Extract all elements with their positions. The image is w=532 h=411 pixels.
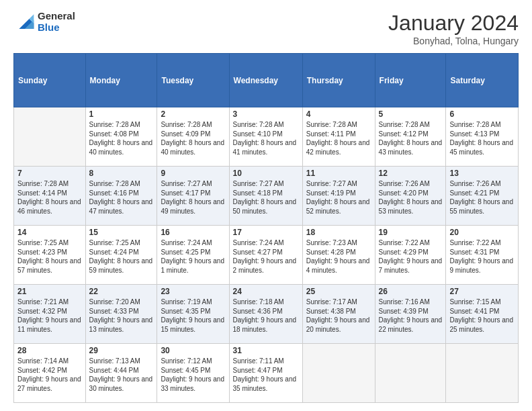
- day-number: 1: [89, 109, 154, 119]
- day-info-line: Daylight: 9 hours and 2 minutes.: [233, 257, 299, 275]
- day-info-line: Sunset: 4:42 PM: [17, 366, 82, 375]
- day-info-line: Sunset: 4:35 PM: [161, 307, 225, 316]
- day-info-line: Sunrise: 7:28 AM: [449, 120, 515, 130]
- day-info: Sunrise: 7:22 AMSunset: 4:31 PMDaylight:…: [449, 238, 515, 275]
- day-info-line: Sunrise: 7:15 AM: [449, 298, 515, 307]
- month-title: January 2024: [388, 11, 519, 36]
- day-number: 22: [89, 287, 154, 296]
- day-info-line: Sunrise: 7:27 AM: [306, 179, 371, 189]
- calendar-cell: 12Sunrise: 7:26 AMSunset: 4:20 PMDayligh…: [375, 167, 446, 226]
- day-info-line: Daylight: 8 hours and 41 minutes.: [233, 138, 299, 156]
- day-info-line: Sunrise: 7:24 AM: [233, 238, 299, 248]
- calendar-cell: 17Sunrise: 7:24 AMSunset: 4:27 PMDayligh…: [229, 226, 302, 285]
- day-info-line: Sunset: 4:17 PM: [161, 189, 225, 198]
- day-info: Sunrise: 7:26 AMSunset: 4:21 PMDaylight:…: [449, 179, 515, 216]
- day-info-line: Sunset: 4:47 PM: [233, 366, 299, 375]
- logo-general-text: General: [38, 11, 75, 22]
- calendar-cell: 9Sunrise: 7:27 AMSunset: 4:17 PMDaylight…: [157, 167, 229, 226]
- calendar-cell: 28Sunrise: 7:14 AMSunset: 4:42 PMDayligh…: [14, 344, 86, 403]
- calendar-cell: 29Sunrise: 7:13 AMSunset: 4:44 PMDayligh…: [85, 344, 157, 403]
- day-info-line: Sunrise: 7:27 AM: [233, 179, 299, 189]
- day-info-line: Daylight: 9 hours and 15 minutes.: [161, 316, 225, 334]
- day-number: 23: [161, 287, 225, 296]
- day-info-line: Daylight: 8 hours and 55 minutes.: [449, 197, 515, 216]
- day-info: Sunrise: 7:28 AMSunset: 4:10 PMDaylight:…: [233, 120, 299, 156]
- day-info-line: Sunrise: 7:26 AM: [379, 179, 443, 189]
- day-number: 11: [306, 169, 371, 178]
- calendar-cell: 7Sunrise: 7:28 AMSunset: 4:14 PMDaylight…: [14, 167, 86, 226]
- col-monday: Monday: [85, 54, 157, 107]
- calendar-week-row-3: 14Sunrise: 7:25 AMSunset: 4:23 PMDayligh…: [14, 226, 519, 285]
- day-number: 30: [161, 346, 225, 355]
- day-info-line: Sunrise: 7:14 AM: [17, 357, 82, 366]
- day-info: Sunrise: 7:14 AMSunset: 4:42 PMDaylight:…: [17, 357, 82, 393]
- day-info-line: Daylight: 9 hours and 20 minutes.: [306, 316, 371, 334]
- day-info: Sunrise: 7:13 AMSunset: 4:44 PMDaylight:…: [89, 357, 154, 393]
- day-info-line: Daylight: 8 hours and 40 minutes.: [89, 138, 154, 156]
- day-info-line: Daylight: 8 hours and 57 minutes.: [17, 257, 82, 275]
- day-info-line: Daylight: 8 hours and 42 minutes.: [306, 138, 371, 156]
- day-info-line: Sunrise: 7:28 AM: [89, 120, 154, 130]
- day-info: Sunrise: 7:24 AMSunset: 4:25 PMDaylight:…: [161, 238, 225, 275]
- day-number: 7: [17, 169, 82, 178]
- day-info-line: Daylight: 8 hours and 47 minutes.: [89, 197, 154, 216]
- day-info: Sunrise: 7:28 AMSunset: 4:11 PMDaylight:…: [306, 120, 371, 156]
- calendar-week-row-5: 28Sunrise: 7:14 AMSunset: 4:42 PMDayligh…: [14, 344, 519, 403]
- day-info-line: Sunset: 4:41 PM: [449, 307, 515, 316]
- day-info-line: Sunset: 4:27 PM: [233, 248, 299, 257]
- day-info-line: Sunset: 4:14 PM: [17, 189, 82, 198]
- day-number: 24: [233, 287, 299, 296]
- day-info: Sunrise: 7:11 AMSunset: 4:47 PMDaylight:…: [233, 357, 299, 393]
- day-info-line: Sunrise: 7:26 AM: [449, 179, 515, 189]
- calendar-cell: 31Sunrise: 7:11 AMSunset: 4:47 PMDayligh…: [229, 344, 302, 403]
- day-info-line: Daylight: 9 hours and 13 minutes.: [89, 316, 154, 334]
- day-info-line: Sunrise: 7:28 AM: [89, 179, 154, 189]
- day-info: Sunrise: 7:28 AMSunset: 4:13 PMDaylight:…: [449, 120, 515, 156]
- day-number: 27: [449, 287, 515, 296]
- day-info-line: Daylight: 8 hours and 46 minutes.: [17, 197, 82, 216]
- day-info-line: Sunset: 4:11 PM: [306, 130, 371, 139]
- day-info-line: Daylight: 9 hours and 7 minutes.: [379, 257, 443, 275]
- calendar-cell: 21Sunrise: 7:21 AMSunset: 4:32 PMDayligh…: [14, 285, 86, 344]
- day-info-line: Sunset: 4:18 PM: [233, 189, 299, 198]
- day-info-line: Daylight: 9 hours and 1 minute.: [161, 257, 225, 275]
- day-info-line: Sunrise: 7:28 AM: [161, 120, 225, 130]
- day-info: Sunrise: 7:12 AMSunset: 4:45 PMDaylight:…: [161, 357, 225, 393]
- col-sunday: Sunday: [14, 54, 86, 107]
- calendar-cell: 13Sunrise: 7:26 AMSunset: 4:21 PMDayligh…: [446, 167, 519, 226]
- col-saturday: Saturday: [446, 54, 519, 107]
- day-info-line: Sunrise: 7:17 AM: [306, 298, 371, 307]
- day-info-line: Daylight: 9 hours and 27 minutes.: [17, 375, 82, 393]
- subtitle: Bonyhad, Tolna, Hungary: [388, 36, 519, 46]
- calendar-cell: 14Sunrise: 7:25 AMSunset: 4:23 PMDayligh…: [14, 226, 86, 285]
- calendar-cell: 4Sunrise: 7:28 AMSunset: 4:11 PMDaylight…: [302, 107, 375, 167]
- day-number: 19: [379, 228, 443, 237]
- day-info: Sunrise: 7:28 AMSunset: 4:12 PMDaylight:…: [379, 120, 443, 156]
- header: General Blue January 2024 Bonyhad, Tolna…: [13, 11, 519, 46]
- calendar-cell: 26Sunrise: 7:16 AMSunset: 4:39 PMDayligh…: [375, 285, 446, 344]
- day-number: 9: [161, 169, 225, 178]
- day-number: 15: [89, 228, 154, 237]
- day-info: Sunrise: 7:23 AMSunset: 4:28 PMDaylight:…: [306, 238, 371, 275]
- day-info-line: Sunset: 4:28 PM: [306, 248, 371, 257]
- day-info: Sunrise: 7:26 AMSunset: 4:20 PMDaylight:…: [379, 179, 443, 216]
- day-info: Sunrise: 7:24 AMSunset: 4:27 PMDaylight:…: [233, 238, 299, 275]
- day-info-line: Sunrise: 7:18 AM: [233, 298, 299, 307]
- day-number: 16: [161, 228, 225, 237]
- day-info: Sunrise: 7:16 AMSunset: 4:39 PMDaylight:…: [379, 298, 443, 334]
- calendar-cell: 6Sunrise: 7:28 AMSunset: 4:13 PMDaylight…: [446, 107, 519, 167]
- day-info-line: Sunset: 4:29 PM: [379, 248, 443, 257]
- day-info-line: Sunset: 4:32 PM: [17, 307, 82, 316]
- col-wednesday: Wednesday: [229, 54, 302, 107]
- day-number: 14: [17, 228, 82, 237]
- calendar-cell: 11Sunrise: 7:27 AMSunset: 4:19 PMDayligh…: [302, 167, 375, 226]
- day-info-line: Sunrise: 7:22 AM: [449, 238, 515, 248]
- day-number: 12: [379, 169, 443, 178]
- day-info-line: Sunrise: 7:11 AM: [233, 357, 299, 366]
- day-info-line: Daylight: 9 hours and 30 minutes.: [89, 375, 154, 393]
- day-info-line: Sunrise: 7:23 AM: [306, 238, 371, 248]
- day-info-line: Sunset: 4:19 PM: [306, 189, 371, 198]
- day-info-line: Sunset: 4:36 PM: [233, 307, 299, 316]
- day-info-line: Sunset: 4:10 PM: [233, 130, 299, 139]
- day-info-line: Daylight: 9 hours and 18 minutes.: [233, 316, 299, 334]
